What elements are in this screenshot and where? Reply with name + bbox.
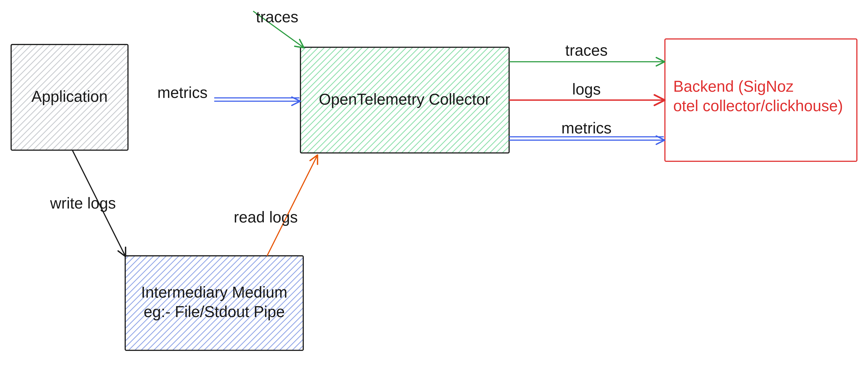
node-collector-label: OpenTelemetry Collector bbox=[319, 91, 490, 108]
edge-traces-out-label: traces bbox=[565, 41, 608, 59]
node-backend-line1: Backend (SigNoz bbox=[673, 77, 794, 95]
edge-traces-out: traces bbox=[509, 41, 664, 62]
node-intermediary-line2: eg:- File/Stdout Pipe bbox=[144, 303, 285, 321]
edge-traces-in: traces bbox=[253, 8, 303, 47]
node-intermediary-line1: Intermediary Medium bbox=[141, 284, 287, 301]
node-intermediary: Intermediary Medium eg:- File/Stdout Pip… bbox=[125, 256, 303, 351]
edge-write-logs: write logs bbox=[50, 150, 125, 256]
edge-write-logs-label: write logs bbox=[50, 194, 116, 212]
edge-traces-in-label: traces bbox=[256, 8, 299, 26]
edge-metrics-in: metrics bbox=[157, 84, 299, 101]
node-collector: OpenTelemetry Collector bbox=[301, 47, 509, 153]
edge-metrics-out: metrics bbox=[509, 119, 664, 140]
edge-logs-out-label: logs bbox=[572, 80, 601, 98]
edge-metrics-in-label: metrics bbox=[157, 84, 208, 101]
node-backend-line2: otel collector/clickhouse) bbox=[673, 97, 843, 114]
edge-read-logs-label: read logs bbox=[234, 208, 298, 226]
node-backend: Backend (SigNoz otel collector/clickhous… bbox=[665, 39, 857, 161]
svg-line-14 bbox=[267, 156, 317, 256]
edge-read-logs: read logs bbox=[234, 156, 317, 256]
edge-logs-out: logs bbox=[509, 80, 664, 100]
node-application-label: Application bbox=[31, 88, 108, 105]
edge-metrics-out-label: metrics bbox=[561, 119, 612, 137]
architecture-diagram: Application OpenTelemetry Collector Inte… bbox=[0, 0, 868, 366]
node-application: Application bbox=[11, 44, 128, 150]
